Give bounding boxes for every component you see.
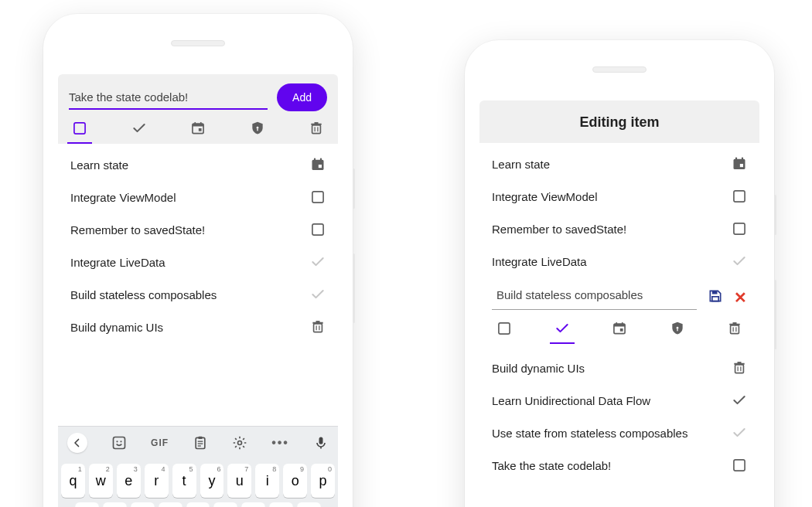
item-label: Take the state codelab! (492, 459, 732, 472)
item-label: Remember to savedState! (70, 223, 310, 236)
keyboard: GIF ••• 1q2w3e4r5t6y7u8i9o0p asdfghjkl z… (58, 426, 338, 507)
add-button[interactable]: Add (277, 83, 327, 111)
tab-square[interactable] (70, 121, 89, 136)
list-item[interactable]: Integrate LiveData (479, 245, 759, 277)
key-i[interactable]: 8i (255, 464, 279, 498)
settings-icon[interactable] (232, 435, 247, 451)
side-button (353, 168, 355, 209)
tab-event[interactable] (189, 121, 207, 136)
gif-button[interactable]: GIF (151, 437, 169, 448)
item-label: Learn state (70, 158, 310, 172)
item-label: Build dynamic UIs (492, 362, 732, 375)
trail-square-icon[interactable] (310, 189, 326, 205)
tab-trash[interactable] (307, 121, 326, 136)
key-f[interactable]: f (159, 502, 183, 507)
add-input[interactable] (69, 86, 268, 110)
sticker-icon[interactable] (111, 435, 127, 451)
screen-right: Editing item Learn stateIntegrate ViewMo… (479, 100, 759, 507)
more-icon[interactable]: ••• (271, 436, 289, 450)
item-label: Integrate ViewModel (70, 191, 310, 204)
list-item[interactable]: Remember to savedState! (479, 213, 759, 245)
key-k[interactable]: k (269, 502, 293, 507)
key-l[interactable]: l (297, 502, 321, 507)
trail-square-icon[interactable] (732, 221, 747, 236)
tab-square[interactable] (495, 321, 513, 336)
key-s[interactable]: s (103, 502, 127, 507)
key-r[interactable]: 4r (145, 464, 169, 498)
trail-check-dim-icon[interactable] (732, 254, 747, 269)
clipboard-icon[interactable] (193, 435, 208, 451)
trail-trash-icon[interactable] (310, 319, 326, 335)
trail-trash-icon[interactable] (732, 360, 747, 376)
edit-input[interactable] (492, 285, 697, 309)
key-d[interactable]: d (131, 502, 155, 507)
key-q[interactable]: 1q (61, 464, 85, 498)
mic-icon[interactable] (313, 435, 329, 451)
item-label: Integrate ViewModel (492, 190, 732, 203)
key-a[interactable]: a (75, 502, 99, 507)
cancel-icon[interactable]: ✕ (734, 288, 747, 307)
list-item[interactable]: Build stateless composables (58, 278, 338, 311)
add-input-wrap (69, 86, 268, 110)
trail-square-icon[interactable] (732, 189, 747, 204)
todo-list-bottom: Build dynamic UIsLearn Unidirectional Da… (479, 347, 759, 486)
list-item[interactable]: Integrate LiveData (58, 246, 338, 278)
tab-check[interactable] (553, 321, 571, 336)
list-item[interactable]: Use state from stateless composables (479, 417, 759, 449)
trail-check-dim-icon[interactable] (310, 287, 326, 302)
key-j[interactable]: j (241, 502, 265, 507)
trail-square-icon[interactable] (310, 222, 326, 237)
icon-tabs (69, 111, 327, 144)
list-item[interactable]: Build dynamic UIs (58, 311, 338, 343)
key-t[interactable]: 5t (172, 464, 196, 498)
list-item[interactable]: Learn Unidirectional Data Flow (479, 384, 759, 417)
trail-event-filled-icon[interactable] (732, 156, 747, 172)
tab-shield[interactable] (248, 121, 267, 136)
trail-check-dim-icon[interactable] (310, 254, 326, 270)
edit-underline (492, 309, 697, 310)
key-g[interactable]: g (186, 502, 210, 507)
tab-event[interactable] (610, 321, 629, 336)
header-title: Editing item (479, 100, 759, 143)
trail-check-icon[interactable] (732, 393, 747, 408)
item-label: Integrate LiveData (492, 255, 732, 268)
key-e[interactable]: 3e (117, 464, 141, 498)
key-w[interactable]: 2w (89, 464, 113, 498)
side-button (353, 254, 355, 323)
keyboard-rows: 1q2w3e4r5t6y7u8i9o0p asdfghjkl zxcvbnm (58, 464, 338, 507)
trail-event-filled-icon[interactable] (310, 157, 326, 172)
key-o[interactable]: 9o (283, 464, 307, 498)
trail-square-icon[interactable] (732, 458, 747, 473)
keyboard-suggestion-bar: GIF ••• (58, 427, 338, 459)
key-h[interactable]: h (213, 502, 237, 507)
todo-list-left: Learn stateIntegrate ViewModelRemember t… (58, 144, 338, 348)
key-u[interactable]: 7u (227, 464, 251, 498)
tab-trash[interactable] (725, 321, 744, 336)
item-label: Learn state (492, 158, 732, 171)
key-y[interactable]: 6y (200, 464, 224, 498)
list-item[interactable]: Take the state codelab! (479, 449, 759, 481)
save-icon[interactable] (708, 288, 723, 307)
trail-check-dim-icon[interactable] (732, 425, 747, 441)
item-label: Learn Unidirectional Data Flow (492, 394, 732, 407)
list-item[interactable]: Build dynamic UIs (479, 352, 759, 384)
list-item[interactable]: Learn state (479, 148, 759, 180)
todo-list-top: Learn stateIntegrate ViewModelRemember t… (479, 143, 759, 282)
list-item[interactable]: Learn state (58, 148, 338, 181)
list-item[interactable]: Remember to savedState! (58, 213, 338, 246)
item-label: Integrate LiveData (70, 256, 310, 269)
edit-icon-tabs (492, 310, 747, 347)
tab-shield[interactable] (668, 321, 687, 336)
side-button (774, 195, 776, 235)
side-button (774, 280, 776, 349)
edit-block: ✕ (479, 282, 759, 347)
key-p[interactable]: 0p (311, 464, 335, 498)
list-item[interactable]: Integrate ViewModel (58, 181, 338, 213)
item-label: Use state from stateless composables (492, 427, 732, 440)
item-label: Build dynamic UIs (70, 321, 310, 334)
collapse-button[interactable] (67, 433, 87, 453)
item-label: Build stateless composables (70, 288, 310, 301)
add-bar: Add (58, 74, 338, 144)
list-item[interactable]: Integrate ViewModel (479, 180, 759, 213)
tab-check[interactable] (130, 121, 148, 136)
